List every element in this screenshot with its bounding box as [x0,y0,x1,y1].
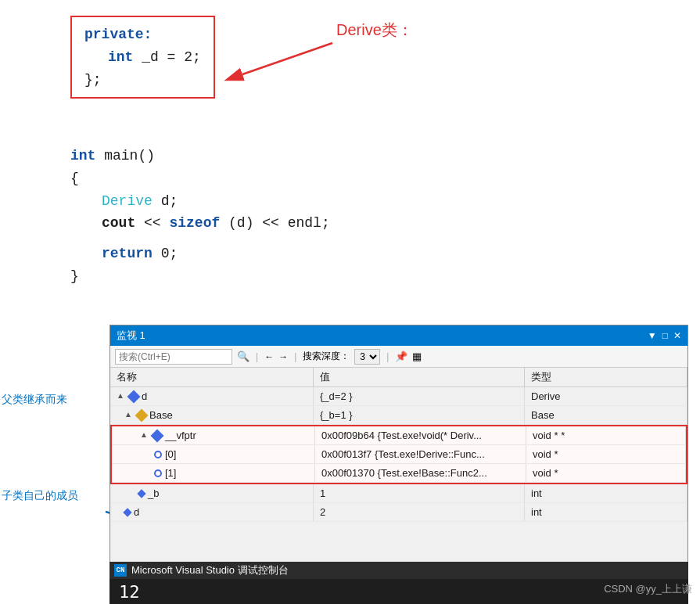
console-titlebar: CN Microsoft Visual Studio 调试控制台 [109,562,688,579]
row-dm-type: int [525,503,687,521]
row-1-type: void * [526,464,686,482]
code-main-brace-open: { [70,167,330,190]
panel-toolbar: 🔍 | ← → | 搜索深度： 3 1 2 4 5 | 📌 ▦ [110,346,687,368]
table-row[interactable]: ▲ Base {_b=1 } Base [110,406,687,425]
row-dm-value: 2 [314,503,525,521]
table-row[interactable]: [0] 0x00f013f7 {Test.exe!Derive::Func...… [112,445,686,464]
console-output-text: 12 [119,582,140,602]
code-box-line2: int _d = 2; [108,46,201,69]
row-base-name: ▲ Base [110,406,314,424]
row-0-value: 0x00f013f7 {Test.exe!Derive::Func... [315,445,526,463]
code-main-cout: cout << sizeof (d) << endl; [102,212,330,235]
panel-title: 监视 1 [117,329,145,343]
code-box-line1: private: [84,23,201,46]
keyword-sizeof: sizeof [169,215,220,231]
diamond-icon-vfptr [151,429,164,442]
row-vfptr-value: 0x00f09b64 {Test.exe!void(* Deriv... [315,426,526,444]
col-header-value: 值 [314,368,525,386]
code-main-d-decl: d; [161,193,178,209]
diamond-icon-base [135,408,149,422]
expand-icon[interactable]: ▲ [124,410,135,421]
circle-icon-0 [154,451,162,458]
grid-icon: ▦ [412,351,422,362]
row-0-name: [0] [112,445,315,463]
panel-title-text: 监视 1 [117,329,145,343]
keyword-int-main: int [70,148,95,164]
svg-line-2 [242,43,332,74]
circle-icon-1 [154,469,162,477]
console-icon: CN [114,564,127,577]
row-vfptr-name: ▲ __vfptr [112,426,315,444]
code-box-line3: }; [84,69,201,92]
panel-pin-btn[interactable]: ▼ [648,330,657,341]
code-main-func: main() [104,148,155,164]
code-main-block: int main() { Derive d; cout << sizeof (d… [70,145,330,288]
code-main-line1: int main() [70,145,330,167]
table-header: 名称 值 类型 [110,368,687,387]
highlighted-rows: ▲ __vfptr 0x00f09b64 {Test.exe!void(* De… [110,425,687,484]
code-main-derive-decl: Derive d; [102,190,330,213]
small-diamond-dm [123,508,131,516]
pin-icon: 📌 [395,351,407,362]
code-main-return: return 0; [102,243,330,265]
row-d-type: Derive [525,387,687,405]
child-annotation: 子类自己的成员 [2,489,103,503]
diamond-icon-d [127,390,141,403]
row-d-name: ▲ d [110,387,314,405]
watermark: CSDN @yy_上上谦 [604,582,692,596]
row-d-value: {_d=2 } [314,387,525,405]
code-box-brace: }; [84,72,102,88]
console-output: 12 [109,579,688,604]
panel-controls[interactable]: ▼ □ ✕ [648,330,681,341]
toolbar-sep2: | [294,351,296,362]
row-b-name: _b [110,484,314,502]
depth-select[interactable]: 3 1 2 4 5 [354,349,380,365]
depth-label: 搜索深度： [303,350,350,363]
table-row[interactable]: d 2 int [110,503,687,522]
code-main-op1: << [144,215,169,231]
col-header-type: 类型 [525,368,687,386]
row-vfptr-type: void * * [526,426,686,444]
watch-table: 名称 值 类型 ▲ d {_d=2 } Derive ▲ Base [110,368,687,566]
row-0-type: void * [526,445,686,463]
back-btn[interactable]: ← [264,351,274,362]
panel-close-btn[interactable]: ✕ [673,330,681,341]
table-row[interactable]: ▲ __vfptr 0x00f09b64 {Test.exe!void(* De… [112,426,686,445]
watch-panel: 监视 1 ▼ □ ✕ 🔍 | ← → | 搜索深度： 3 1 2 4 5 | 📌… [109,325,688,567]
code-box: private: int _d = 2; }; [70,16,215,99]
row-1-name: [1] [112,464,315,482]
search-input[interactable] [115,349,232,365]
row-base-value: {_b=1 } [314,406,525,424]
col-header-name: 名称 [110,368,314,386]
keyword-return: return [102,246,153,261]
derive-class-label: Derive类： [336,20,413,41]
panel-restore-btn[interactable]: □ [662,330,668,341]
row-b-type: int [525,484,687,502]
code-box-var: _d = 2; [142,49,201,65]
table-row[interactable]: [1] 0x00f01370 {Test.exe!Base::Func2... … [112,464,686,483]
keyword-private: private: [84,27,152,42]
toolbar-sep3: | [386,351,389,362]
code-main-sizeof-arg: (d) << endl; [228,215,330,231]
expand-icon[interactable]: ▲ [140,430,151,441]
row-dm-name: d [110,503,314,521]
row-1-value: 0x00f01370 {Test.exe!Base::Func2... [315,464,526,482]
father-annotation: 父类继承而来 [2,393,103,407]
keyword-cout: cout [102,215,135,231]
keyword-int-box: int [108,49,133,65]
toolbar-sep1: | [256,351,258,362]
table-body: ▲ d {_d=2 } Derive ▲ Base {_b=1 } Base [110,387,687,522]
search-icon: 🔍 [237,351,249,362]
code-main-return-val: 0; [161,246,178,261]
small-diamond-b [137,489,145,498]
row-base-type: Base [525,406,687,424]
keyword-derive: Derive [102,193,153,209]
table-row[interactable]: _b 1 int [110,484,687,503]
panel-titlebar: 监视 1 ▼ □ ✕ [110,325,687,346]
console-title: Microsoft Visual Studio 调试控制台 [131,563,289,577]
forward-btn[interactable]: → [278,351,288,362]
code-main-brace-close: } [70,265,330,288]
expand-icon[interactable]: ▲ [117,391,127,402]
table-row[interactable]: ▲ d {_d=2 } Derive [110,387,687,406]
row-b-value: 1 [314,484,525,502]
